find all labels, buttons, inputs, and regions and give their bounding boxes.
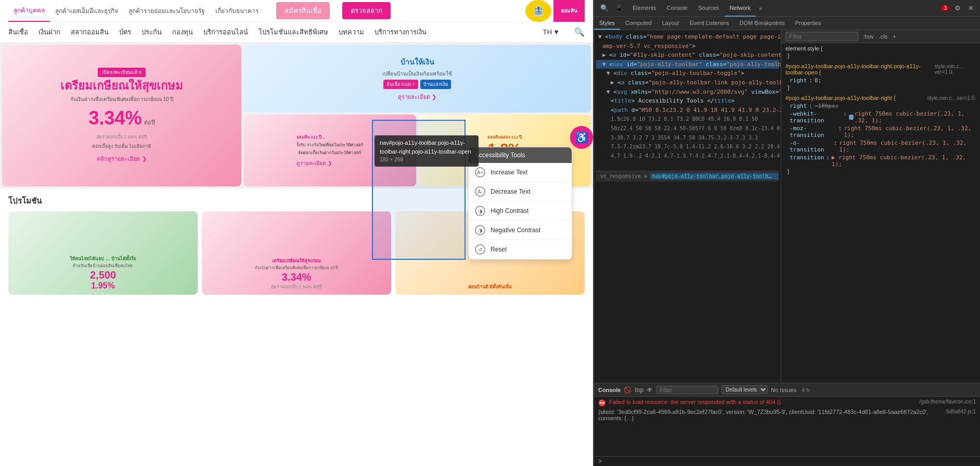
tree-toggle-link[interactable]: ▶ <a class="pojo-a11y-toolbar-link pojo-… — [596, 78, 779, 87]
hero-note: ดอกเบี้ยสูง รับเต็ม ไม่เสียภาษี — [60, 143, 183, 150]
tree-body-line[interactable]: ▼ <body class="home page-template-defaul… — [596, 32, 779, 42]
sub-link-insurance[interactable]: ประกัน — [141, 27, 162, 37]
console-label: Console — [598, 387, 621, 393]
tree-svg-title[interactable]: <title> Accessibility Tools </title> — [596, 96, 779, 106]
selected-element-bar: vc_responsive > nav#pojo-a11y-toolbar.po… — [596, 171, 779, 182]
promo-card-2[interactable]: เตรียมเกษียณให้สุขเกษม กับเงินฝากเพื่อเต… — [202, 211, 391, 295]
search-button[interactable]: 🔍 — [574, 27, 585, 37]
promo-card-1[interactable]: ให้คนไทยได้แอป … บ้านได้ตั้งใจ ด้วยสินเช… — [8, 211, 198, 295]
language-button[interactable]: TH ▼ — [543, 28, 560, 36]
tab-event-listeners[interactable]: Event Listeners — [685, 17, 734, 30]
tree-path-cont2[interactable]: 3-38.7 3.2 7 3 3554 34.7 50 34.75-3.2-3-… — [596, 133, 779, 143]
tree-toggle-div[interactable]: ▼ <div class="pojo-a11y-toolbar-toggle"> — [596, 69, 779, 78]
nav-link-personal[interactable]: ลูกค้าบุคคล — [8, 0, 50, 22]
accessibility-toggle-button[interactable]: ♿ — [570, 126, 593, 149]
dt-tab-elements[interactable]: Elements — [627, 0, 662, 17]
tree-more-path[interactable]: 1.9c26.8 10 73.2 8.1 73.2 80C0 45.4 26.8… — [596, 115, 779, 124]
console-top-icon: top — [635, 386, 643, 394]
card-cta-1[interactable]: ดูรายละเอียด ❯ — [296, 159, 363, 167]
sub-link-deposit[interactable]: เงินฝาก — [38, 27, 60, 37]
dt-tab-console[interactable]: Console — [662, 0, 693, 17]
sub-link-loan[interactable]: สินเชื่อ — [8, 27, 28, 37]
rule-1-source: style.min.c…ver=1.0. — [935, 64, 976, 75]
browser-content: เปิดลงทะเบียนแล้ว! เตรียมเกษียณให้สุขเกษ… — [0, 43, 593, 466]
rule-2-selector: #pojo-a11y-toolbar.pojo-a11y-toolbar-rig… — [785, 95, 896, 101]
sub-link-card[interactable]: บัตร — [119, 27, 131, 37]
device-icon[interactable]: 📱 — [613, 3, 625, 13]
error-badge: 3 — [941, 5, 949, 11]
cls-filter[interactable]: .cls — [878, 33, 889, 40]
hero-right-content: บ้านให้เงิน เปลี่ยนบ้านเป็นเงินก้อนพร้อม… — [382, 56, 452, 102]
hero-main-card[interactable]: เปิดลงทะเบียนแล้ว! เตรียมเกษียณให้สุขเกษ… — [2, 45, 241, 186]
house-loan-cta[interactable]: ดูรายละเอียด ❯ — [382, 92, 452, 102]
style-prop-transition: transition : ▶ right 750ms cubic-bezier(… — [785, 154, 976, 168]
sub-link-lottery[interactable]: สลากออมสิน — [71, 27, 109, 37]
sub-link-online[interactable]: บริการออนไลน์ — [203, 27, 248, 37]
tree-path-cont4[interactable]: 4.7 1.9-.2 4-2.1 4.7-1.9.7-4-2.4-7.2.1-8… — [596, 152, 779, 161]
style-rule-1: #pojo-a11y-toolbar.pojo-a11y-toolbar-rig… — [785, 63, 976, 91]
hero-cta[interactable]: คลิกดูรายละเอียด ❯ — [60, 154, 183, 163]
style-prop-right: right : 0; — [785, 77, 976, 84]
nav-link-sme[interactable]: ลูกค้าเอสเอ็มอีและธุรกิจ — [50, 0, 123, 22]
tooltip-size: 180 × 269 — [380, 156, 473, 163]
filter-input[interactable] — [785, 32, 858, 41]
dt-tab-more[interactable]: » — [756, 0, 765, 17]
tree-body-line-2[interactable]: amp-ver-5.7 vc_responsive"> — [596, 42, 779, 51]
console-prompt: > — [598, 458, 602, 465]
no-issues-label: No Issues — [771, 387, 796, 393]
add-style-icon[interactable]: + — [891, 33, 897, 40]
rule-1-close: } — [785, 84, 976, 91]
house-loan-badges: สินเชื่อ GSB + บ้านแลกเงิน — [382, 80, 452, 89]
accessibility-icon: ♿ — [575, 131, 588, 144]
apply-loan-button[interactable]: สมัครสินเชื่อ — [276, 2, 330, 19]
check-lottery-button[interactable]: ตรวจสลาก — [342, 2, 391, 19]
decrease-text-label: Decrease Text — [491, 188, 530, 195]
tab-styles[interactable]: Styles — [594, 17, 620, 30]
element-style-label: element.style { — [785, 45, 976, 52]
rule-2-selector-row: #pojo-a11y-toolbar.pojo-a11y-toolbar-rig… — [785, 95, 976, 102]
sub-link-fund[interactable]: กองทุน — [172, 27, 193, 37]
a11y-reset[interactable]: ↺ Reset — [469, 240, 572, 259]
console-clear-icon[interactable]: 🚫 — [624, 386, 631, 394]
sub-link-article[interactable]: บทความ — [339, 27, 364, 37]
dt-tab-sources[interactable]: Sources — [693, 0, 724, 17]
tree-svg-path[interactable]: <path d="M50 8.1c23.2 0 41.9 18 41.9 41.… — [596, 106, 779, 115]
tab-layout[interactable]: Layout — [657, 17, 685, 30]
a11y-high-contrast[interactable]: ◑ High Contrast — [469, 201, 572, 221]
tab-computed[interactable]: Computed — [620, 17, 657, 30]
settings-icon[interactable]: ⚙ — [952, 3, 963, 13]
a11y-negative-contrast[interactable]: ◑ Negative Contrast — [469, 221, 572, 240]
increase-text-icon: A+ — [475, 167, 485, 178]
tree-path-cont3[interactable]: 7.3-7.2zm23.7 19.7c-5.8 1.4-11.2 2.6-16.… — [596, 142, 779, 152]
high-contrast-icon: ◑ — [475, 206, 485, 216]
dt-tab-network[interactable]: Network — [725, 0, 756, 17]
console-default-levels[interactable]: Default levels — [721, 385, 768, 394]
inspect-icon[interactable]: 🔍 — [598, 3, 611, 13]
nav-link-retail[interactable]: ลูกค้ารายย่อยและนโยบายรัฐ — [123, 0, 210, 22]
close-devtools-icon[interactable]: ✕ — [966, 3, 976, 13]
console-filter-input[interactable] — [656, 386, 718, 394]
oomsub-logo: ออมสิน — [553, 0, 585, 22]
site-nav-sub: สินเชื่อ เงินฝาก สลากออมสิน บัตร ประกัน … — [0, 22, 593, 43]
tree-nav-selected[interactable]: ▼ <nav id="pojo-a11y-toolbar" class="poj… — [596, 60, 779, 69]
sub-link-finance[interactable]: บริการทางการเงิน — [375, 27, 427, 37]
tree-svg[interactable]: ▼ <svg xmlns="http://www.w3.org/2000/svg… — [596, 87, 779, 97]
lottery-card-content: ออมสิน 111 ปี... รั้งรับ รางวัลใหม่ที่สุ… — [292, 130, 367, 171]
devtools-main-tabs: Elements Console Sources Network » — [627, 0, 765, 17]
styles-panel: :hov .cls + element.style { } — [781, 30, 980, 383]
chevron-down-icon: ▼ — [553, 28, 560, 36]
tab-properties[interactable]: Properties — [790, 17, 826, 30]
hero-title: เตรียมเกษียณให้สุขเกษม — [60, 79, 183, 93]
console-eye-icon[interactable]: 👁 — [647, 386, 653, 394]
site-nav-top: ลูกค้าบุคคล ลูกค้าเอสเอ็มอีและธุรกิจ ลูก… — [0, 0, 593, 22]
tab-dom-breakpoints[interactable]: DOM Breakpoints — [734, 17, 790, 30]
a11y-decrease-text[interactable]: A- Decrease Text — [469, 182, 572, 201]
console-input[interactable] — [604, 458, 976, 464]
tree-path-cont1[interactable]: 50z22.4 50 50 50-22.4 50-50577.6 0 50 0z… — [596, 124, 779, 133]
tree-skip-link[interactable]: ▶ <a id="#11y-skip-content" class="pojo-… — [596, 51, 779, 60]
nav-link-about[interactable]: เกี่ยวกับธนาคาร — [210, 0, 264, 22]
hov-filter[interactable]: :hov — [861, 33, 875, 40]
a11y-increase-text[interactable]: A+ Increase Text — [469, 163, 572, 182]
hero-right-top[interactable]: บ้านให้เงิน เปลี่ยนบ้านเป็นเงินก้อนพร้อม… — [243, 45, 591, 112]
sub-link-promo[interactable]: โปรโมชันและสิทธิพิเศษ — [259, 27, 328, 37]
